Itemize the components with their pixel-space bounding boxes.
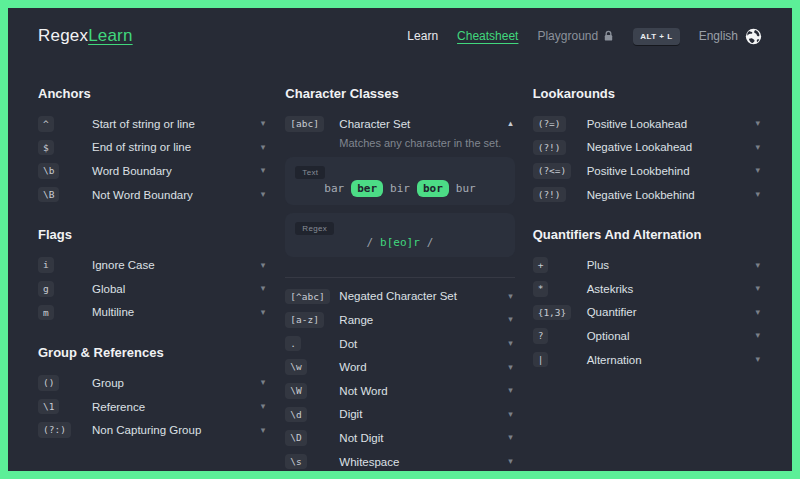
- cheat-item-negative-lookbehind[interactable]: (?!)Negative Lookbehind▾: [533, 183, 762, 207]
- cheat-item-start-of-string-or-line[interactable]: ^Start of string or line▾: [38, 112, 267, 136]
- item-code-badge: i: [38, 257, 54, 273]
- cheat-item-astekriks[interactable]: *Astekriks▾: [533, 277, 762, 301]
- cheat-item-not-word[interactable]: \WNot Word▾: [285, 379, 514, 403]
- language-selector[interactable]: English: [699, 28, 762, 45]
- cheat-item-range[interactable]: [a-z]Range▾: [285, 308, 514, 332]
- section-character-classes: Character Classes[abc]Character Set▴Matc…: [285, 86, 514, 471]
- section-title: Group & References: [38, 345, 267, 360]
- cheat-item-quantifier[interactable]: {1,3}Quantifier▾: [533, 301, 762, 325]
- item-code-badge: (?=): [533, 116, 566, 132]
- item-code-badge: .: [285, 336, 301, 352]
- item-label: End of string or line: [92, 141, 261, 153]
- chevron-down-icon: ▾: [508, 339, 515, 348]
- cheat-item-alternation[interactable]: |Alternation▾: [533, 348, 762, 372]
- cheat-item-negative-lookahead[interactable]: (?!)Negative Lookahead▾: [533, 136, 762, 160]
- item-code-badge: g: [38, 281, 54, 297]
- cheat-item-ignore-case[interactable]: iIgnore Case▾: [38, 253, 267, 277]
- section-title: Anchors: [38, 86, 267, 101]
- text-example-box: Textbarberbirborbur: [285, 157, 514, 205]
- item-label: Quantifier: [587, 306, 756, 318]
- logo[interactable]: RegexLearn: [38, 26, 133, 46]
- chevron-down-icon: ▾: [261, 190, 268, 199]
- cheat-item-non-capturing-group[interactable]: (?:)Non Capturing Group▾: [38, 418, 267, 442]
- cheat-item-plus[interactable]: +Plus▾: [533, 253, 762, 277]
- item-label: Digit: [339, 408, 508, 420]
- item-code-badge: [abc]: [285, 116, 324, 132]
- cheat-item-not-word-boundary[interactable]: \BNot Word Boundary▾: [38, 183, 267, 207]
- cheat-item-whitespace[interactable]: \sWhitespace▾: [285, 450, 514, 471]
- expanded-section-divider: [285, 277, 514, 278]
- chevron-down-icon: ▾: [755, 355, 762, 364]
- chevron-down-icon: ▾: [508, 363, 515, 372]
- regex-box-label: Regex: [295, 222, 334, 235]
- item-label: Character Set: [339, 118, 508, 130]
- cheat-item-multiline[interactable]: mMultiline▾: [38, 301, 267, 325]
- nav-learn-link[interactable]: Learn: [407, 29, 438, 43]
- chevron-down-icon: ▾: [261, 308, 268, 317]
- item-code-badge: \d: [285, 407, 306, 423]
- item-code-badge: \s: [285, 454, 306, 470]
- text-box-label: Text: [295, 166, 325, 179]
- item-label: Positive Lookbehind: [587, 165, 756, 177]
- regex-open-slash: /: [366, 236, 373, 249]
- cheat-item-word[interactable]: \wWord▾: [285, 355, 514, 379]
- section-title: Lookarounds: [533, 86, 762, 101]
- cheat-item-word-boundary[interactable]: \bWord Boundary▾: [38, 159, 267, 183]
- chevron-down-icon: ▾: [261, 402, 268, 411]
- cheat-item-digit[interactable]: \dDigit▾: [285, 403, 514, 427]
- logo-brand-accent: Learn: [88, 26, 132, 45]
- chevron-down-icon: ▾: [755, 143, 762, 152]
- item-code-badge: \D: [285, 430, 306, 446]
- item-code-badge: \1: [38, 399, 59, 415]
- cheat-item-dot[interactable]: .Dot▾: [285, 332, 514, 356]
- column-lookarounds-quantifiers: Lookarounds(?=)Positive Lookahead▾(?!)Ne…: [533, 86, 762, 471]
- cheat-item-global[interactable]: gGlobal▾: [38, 277, 267, 301]
- chevron-down-icon: ▾: [261, 426, 268, 435]
- chevron-down-icon: ▾: [261, 166, 268, 175]
- cheat-item-group[interactable]: ()Group▾: [38, 371, 267, 395]
- cheat-item-positive-lookahead[interactable]: (?=)Positive Lookahead▾: [533, 112, 762, 136]
- cheat-item-negated-character-set[interactable]: [^abc]Negated Character Set▾: [285, 285, 514, 309]
- text-token: bar: [324, 182, 344, 195]
- item-label: Word: [339, 361, 508, 373]
- chevron-down-icon: ▾: [508, 386, 515, 395]
- item-code-badge: [^abc]: [285, 289, 329, 305]
- column-character-classes: Character Classes[abc]Character Set▴Matc…: [285, 86, 514, 471]
- item-code-badge: \b: [38, 163, 59, 179]
- cheat-item-reference[interactable]: \1Reference▾: [38, 395, 267, 419]
- chevron-down-icon: ▾: [755, 119, 762, 128]
- item-label: Optional: [587, 330, 756, 342]
- cheat-item-optional[interactable]: ?Optional▾: [533, 324, 762, 348]
- chevron-down-icon: ▾: [755, 284, 762, 293]
- language-label: English: [699, 29, 738, 43]
- item-label: Group: [92, 377, 261, 389]
- item-code-badge: {1,3}: [533, 305, 572, 321]
- cheat-item-not-digit[interactable]: \DNot Digit▾: [285, 426, 514, 450]
- item-code-badge: [a-z]: [285, 312, 324, 328]
- nav-cheatsheet-link[interactable]: Cheatsheet: [457, 29, 518, 43]
- item-label: Not Word: [339, 385, 508, 397]
- regexlearn-cheatsheet-page: { "colors": { "frame_green": "#5CEF98", …: [0, 0, 800, 479]
- section-flags: FlagsiIgnore Case▾gGlobal▾mMultiline▾: [38, 227, 267, 324]
- item-label: Multiline: [92, 306, 261, 318]
- chevron-down-icon: ▾: [508, 292, 515, 301]
- globe-icon: [745, 28, 762, 45]
- chevron-down-icon: ▾: [755, 308, 762, 317]
- lock-icon: [603, 30, 614, 42]
- item-label: Astekriks: [587, 283, 756, 295]
- chevron-down-icon: ▾: [261, 143, 268, 152]
- item-label: Range: [339, 314, 508, 326]
- logo-brand: Regex: [38, 26, 88, 45]
- section-anchors: Anchors^Start of string or line▾$End of …: [38, 86, 267, 206]
- cheat-item-positive-lookbehind[interactable]: (?<=)Positive Lookbehind▾: [533, 159, 762, 183]
- cheat-item-end-of-string-or-line[interactable]: $End of string or line▾: [38, 136, 267, 160]
- cheat-item-character-set[interactable]: [abc]Character Set▴: [285, 112, 514, 136]
- chevron-down-icon: ▾: [755, 166, 762, 175]
- section-title: Character Classes: [285, 86, 514, 101]
- text-token: bur: [456, 182, 476, 195]
- item-label: Non Capturing Group: [92, 424, 261, 436]
- section-quantifiers-and-alternation: Quantifiers And Alternation+Plus▾*Astekr…: [533, 227, 762, 371]
- nav-playground-link[interactable]: Playground: [537, 29, 614, 43]
- chevron-down-icon: ▾: [755, 190, 762, 199]
- item-code-badge: *: [533, 281, 549, 297]
